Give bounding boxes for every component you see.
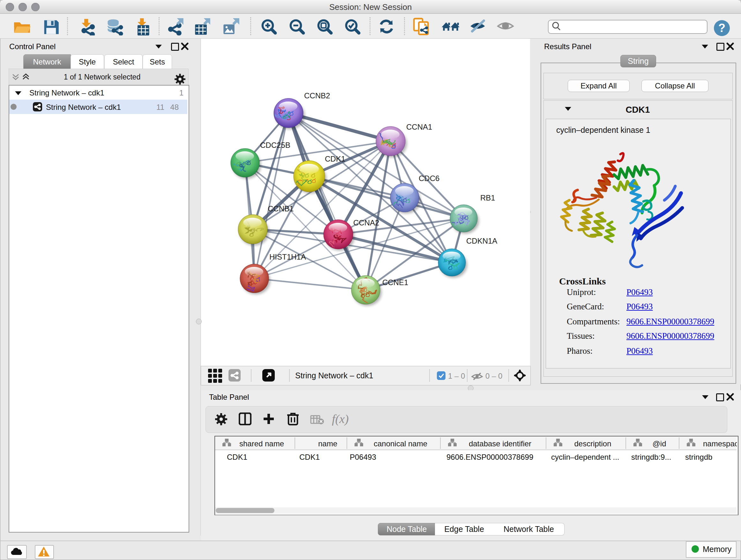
svg-text:RB1: RB1 bbox=[480, 193, 495, 202]
svg-text:CCNB2: CCNB2 bbox=[304, 91, 330, 100]
svg-text:CCNB1: CCNB1 bbox=[268, 204, 293, 213]
svg-text:CCNA1: CCNA1 bbox=[406, 123, 432, 131]
svg-text:CDC6: CDC6 bbox=[419, 174, 440, 183]
svg-text:HIST1H1A: HIST1H1A bbox=[269, 253, 306, 261]
svg-text:CDC25B: CDC25B bbox=[260, 141, 290, 149]
svg-text:CDK1: CDK1 bbox=[325, 154, 345, 163]
svg-text:CDKN1A: CDKN1A bbox=[466, 237, 497, 245]
svg-text:CCNE1: CCNE1 bbox=[382, 278, 408, 287]
svg-text:CCNA2: CCNA2 bbox=[353, 219, 379, 227]
